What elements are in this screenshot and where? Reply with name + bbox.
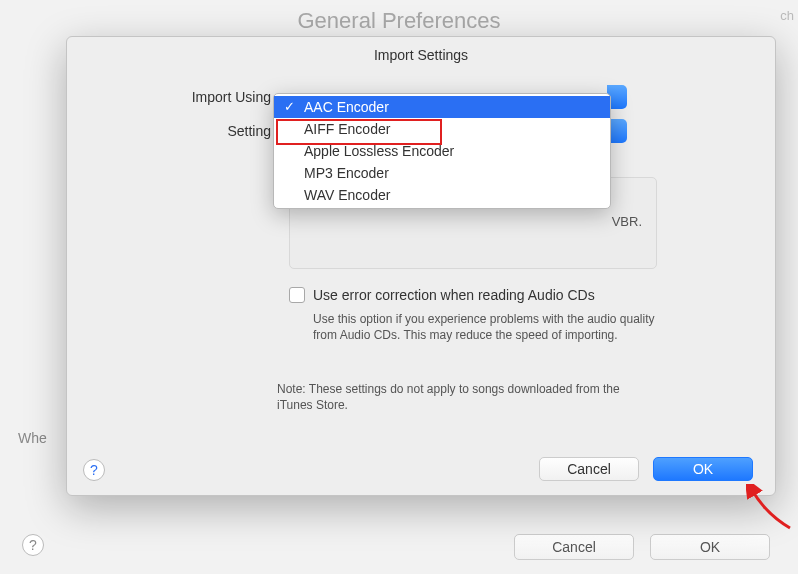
dropdown-option-label: AIFF Encoder xyxy=(304,121,390,137)
vbr-text: VBR. xyxy=(612,214,642,229)
dropdown-option-label: WAV Encoder xyxy=(304,187,390,203)
import-settings-dialog: Import Settings Import Using Setting VBR… xyxy=(66,36,776,496)
dialog-help-button[interactable]: ? xyxy=(83,459,105,481)
dropdown-option-mp3[interactable]: MP3 Encoder xyxy=(274,162,610,184)
bg-cancel-button[interactable]: Cancel xyxy=(514,534,634,560)
error-correction-desc: Use this option if you experience proble… xyxy=(313,311,673,343)
error-correction-checkbox[interactable] xyxy=(289,287,305,303)
cancel-button[interactable]: Cancel xyxy=(539,457,639,481)
dropdown-option-aac[interactable]: ✓ AAC Encoder xyxy=(274,96,610,118)
bg-title: General Preferences xyxy=(298,8,501,34)
dropdown-option-lossless[interactable]: Apple Lossless Encoder xyxy=(274,140,610,162)
import-using-label: Import Using xyxy=(67,89,277,105)
ok-button[interactable]: OK xyxy=(653,457,753,481)
dropdown-option-wav[interactable]: WAV Encoder xyxy=(274,184,610,206)
note-text: Note: These settings do not apply to son… xyxy=(277,381,657,413)
check-icon: ✓ xyxy=(284,99,295,114)
import-using-dropdown[interactable]: ✓ AAC Encoder AIFF Encoder Apple Lossles… xyxy=(273,93,611,209)
dropdown-option-label: Apple Lossless Encoder xyxy=(304,143,454,159)
clipped-label: Whe xyxy=(18,430,47,446)
error-correction-label: Use error correction when reading Audio … xyxy=(313,287,595,303)
setting-label: Setting xyxy=(67,123,277,139)
bg-ok-button[interactable]: OK xyxy=(650,534,770,560)
dialog-title: Import Settings xyxy=(67,37,775,79)
dropdown-option-label: MP3 Encoder xyxy=(304,165,389,181)
search-fragment: ch xyxy=(780,8,794,23)
dropdown-option-aiff[interactable]: AIFF Encoder xyxy=(274,118,610,140)
help-button[interactable]: ? xyxy=(22,534,44,556)
dropdown-option-label: AAC Encoder xyxy=(304,99,389,115)
error-correction-row[interactable]: Use error correction when reading Audio … xyxy=(289,287,689,303)
